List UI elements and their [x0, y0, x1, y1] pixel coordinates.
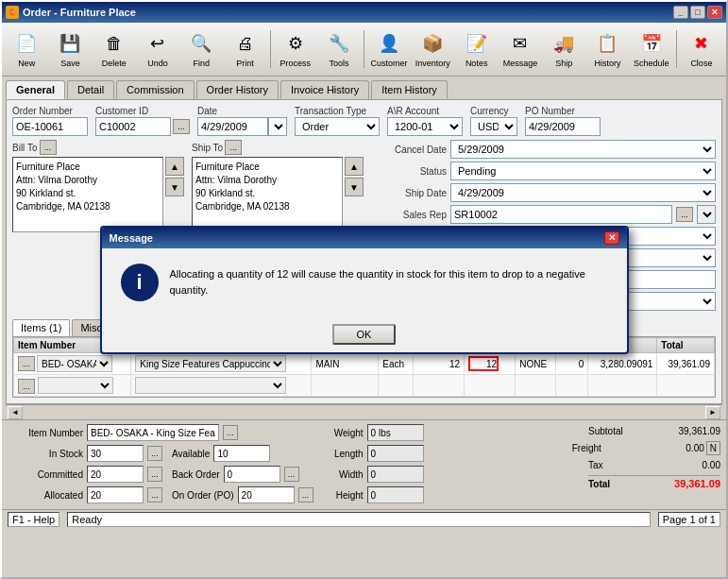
dialog-ok-button[interactable]: OK — [332, 324, 397, 345]
dialog-info-icon: i — [121, 264, 159, 301]
dialog-body: i Allocating a quantity of 12 will cause… — [102, 248, 627, 316]
dialog-overlay: Message ✕ i Allocating a quantity of 12 … — [2, 2, 726, 577]
dialog-close-button[interactable]: ✕ — [604, 231, 619, 245]
dialog-title-bar: Message ✕ — [102, 228, 627, 248]
dialog-footer: OK — [102, 316, 627, 352]
dialog-message-text: Allocating a quantity of 12 will cause t… — [170, 266, 608, 298]
dialog-title-text: Message — [110, 232, 153, 244]
message-dialog: Message ✕ i Allocating a quantity of 12 … — [100, 226, 629, 354]
